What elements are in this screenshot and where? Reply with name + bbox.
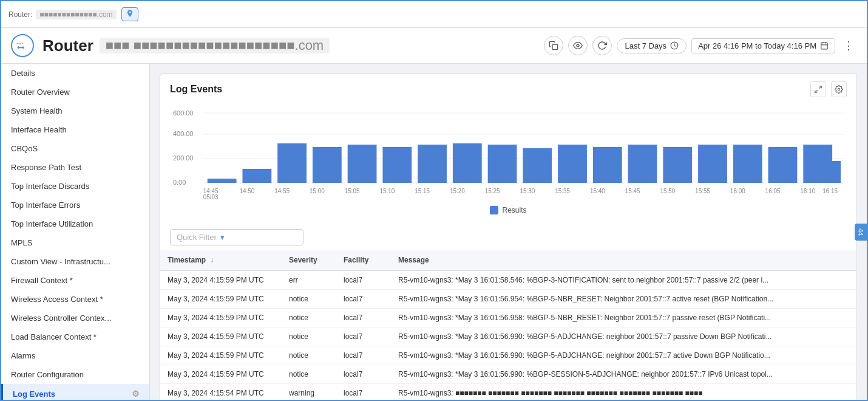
header-actions: Last 7 Days Apr 26 4:16 PM to Today 4:16… [544, 36, 857, 55]
cell-severity: notice [282, 290, 336, 309]
quick-filter-placeholder: Quick Filter [177, 233, 217, 242]
sidebar-item-response_path_test[interactable]: Response Path Test [1, 158, 149, 177]
sidebar-item-system_health[interactable]: System Health [1, 101, 149, 120]
cell-severity: notice [282, 327, 336, 346]
svg-text:14:55: 14:55 [274, 188, 290, 194]
cell-timestamp: May 3, 2024 4:15:59 PM UTC [160, 365, 282, 384]
cell-facility: local7 [336, 346, 391, 365]
svg-rect-29 [593, 147, 622, 183]
cell-severity: notice [282, 365, 336, 384]
svg-text:15:00: 15:00 [310, 188, 325, 194]
sidebar-item-alarms[interactable]: Alarms [1, 346, 149, 365]
svg-text:16:10: 16:10 [800, 188, 815, 194]
cell-severity: notice [282, 346, 336, 365]
expand-button[interactable] [810, 81, 826, 97]
col-header-message[interactable]: Message [391, 250, 856, 270]
chart-area: 600.00 400.00 200.00 0.00 [160, 102, 856, 224]
sidebar-item-log_events[interactable]: Log Events⚙ [1, 384, 149, 400]
svg-text:15:05: 15:05 [345, 188, 360, 194]
sidebar-item-top_interface_errors[interactable]: Top Interface Errors [1, 196, 149, 214]
refresh-button[interactable] [592, 36, 612, 55]
panel-title: Log Events [170, 84, 222, 95]
log-events-table: Timestamp ↓ Severity Facility [160, 250, 856, 400]
settings-button[interactable] [831, 81, 847, 97]
sidebar-item-custom_view__infrastructu[interactable]: Custom View - Infrastructu... [1, 252, 149, 271]
sidebar-item-interface_health[interactable]: Interface Health [1, 120, 149, 139]
svg-text:15:45: 15:45 [625, 188, 640, 194]
svg-text:05/03: 05/03 [203, 194, 219, 200]
time-range-label: Last 7 Days [625, 41, 666, 50]
svg-text:16:05: 16:05 [765, 188, 781, 194]
log-events-table-wrap: Timestamp ↓ Severity Facility [160, 250, 856, 400]
router-icon [11, 34, 34, 57]
table-row: May 3, 2024 4:15:59 PM UTCnoticelocal7R5… [160, 365, 856, 384]
sidebar-item-wireless_controller_contex[interactable]: Wireless Controller Contex... [1, 309, 149, 327]
date-range-picker[interactable]: Apr 26 4:16 PM to Today 4:16 PM [691, 38, 835, 53]
svg-text:15:25: 15:25 [485, 188, 500, 194]
sidebar: DetailsRouter OverviewSystem HealthInter… [1, 64, 150, 400]
time-range-picker[interactable]: Last 7 Days [617, 38, 687, 53]
cell-facility: local7 [336, 365, 391, 384]
svg-line-8 [815, 90, 818, 92]
svg-text:15:50: 15:50 [660, 188, 675, 194]
svg-text:15:30: 15:30 [520, 188, 535, 194]
cell-timestamp: May 3, 2024 4:15:59 PM UTC [160, 290, 282, 309]
svg-rect-22 [348, 145, 377, 183]
content-area: Log Events 600. [150, 64, 867, 400]
table-row: May 3, 2024 4:15:59 PM UTCnoticelocal7R5… [160, 290, 856, 309]
legend-swatch [490, 206, 498, 214]
col-header-timestamp[interactable]: Timestamp ↓ [160, 250, 282, 270]
cell-message: R5-vm10-wgns3: *May 3 16:01:58.546: %BGP… [391, 270, 856, 290]
svg-text:15:10: 15:10 [379, 188, 395, 194]
sidebar-item-load_balancer_context_[interactable]: Load Balancer Context * [1, 327, 149, 346]
svg-rect-3 [821, 43, 828, 49]
gear-icon[interactable]: ⚙ [132, 389, 140, 399]
col-header-severity[interactable]: Severity [282, 250, 336, 270]
eye-button[interactable] [568, 36, 588, 55]
sidebar-item-mpls[interactable]: MPLS [1, 233, 149, 252]
svg-point-1 [577, 44, 579, 47]
side-tab[interactable]: 44 [855, 223, 867, 240]
sidebar-item-cbqos[interactable]: CBQoS [1, 139, 149, 158]
cell-message: R5-vm10-wgns3: *May 3 16:01:56.958: %BGP… [391, 309, 856, 327]
col-header-facility[interactable]: Facility [336, 250, 391, 270]
app-container: Router: ■■■■■■■■■■■■■.com Router ■■■ ■■■… [0, 0, 868, 401]
quick-filter-input[interactable]: Quick Filter ▾ [170, 229, 303, 245]
cell-facility: local7 [336, 290, 391, 309]
sidebar-item-wireless_access_context_[interactable]: Wireless Access Context * [1, 290, 149, 309]
svg-rect-27 [523, 148, 552, 183]
pin-button[interactable] [121, 7, 138, 21]
sidebar-item-router_configuration[interactable]: Router Configuration [1, 365, 149, 384]
svg-text:15:55: 15:55 [695, 188, 710, 194]
cell-timestamp: May 3, 2024 4:15:59 PM UTC [160, 327, 282, 346]
sidebar-item-router_overview[interactable]: Router Overview [1, 83, 149, 101]
sidebar-item-top_interface_discards[interactable]: Top Interface Discards [1, 177, 149, 196]
more-button[interactable]: ⋮ [840, 37, 857, 54]
filter-row: Quick Filter ▾ [160, 224, 856, 250]
sort-icon: ↓ [210, 256, 214, 264]
svg-rect-32 [698, 145, 727, 183]
svg-rect-36 [816, 161, 841, 183]
header-host: ■■■ ■■■■■■■■■■■■■■■■■■■■.com [100, 38, 330, 53]
cell-message: R5-vm10-wgns3: *May 3 16:01:56.954: %BGP… [391, 290, 856, 309]
svg-text:0.00: 0.00 [173, 179, 186, 186]
svg-rect-24 [418, 145, 447, 183]
svg-rect-0 [552, 44, 558, 50]
svg-text:15:20: 15:20 [450, 188, 465, 194]
copy-button[interactable] [544, 36, 563, 55]
svg-rect-20 [277, 143, 307, 183]
cell-timestamp: May 3, 2024 4:15:59 PM UTC [160, 309, 282, 327]
svg-text:15:40: 15:40 [590, 188, 605, 194]
cell-message: R5-vm10-wgns3: ■■■■■■■ ■■■■■■■ ■■■■■■■ ■… [391, 384, 856, 400]
svg-rect-26 [488, 145, 517, 183]
panel-header: Log Events [160, 74, 856, 102]
table-header-row: Timestamp ↓ Severity Facility [160, 250, 856, 270]
sidebar-item-firewall_context_[interactable]: Firewall Context * [1, 271, 149, 290]
sidebar-item-top_interface_utilization[interactable]: Top Interface Utilization [1, 214, 149, 233]
panel-icon-group [810, 81, 847, 97]
legend-label: Results [502, 206, 526, 214]
sidebar-item-details[interactable]: Details [1, 64, 149, 83]
main-layout: DetailsRouter OverviewSystem HealthInter… [1, 64, 867, 400]
svg-text:16:00: 16:00 [730, 188, 745, 194]
bar-chart: 600.00 400.00 200.00 0.00 [170, 107, 847, 204]
